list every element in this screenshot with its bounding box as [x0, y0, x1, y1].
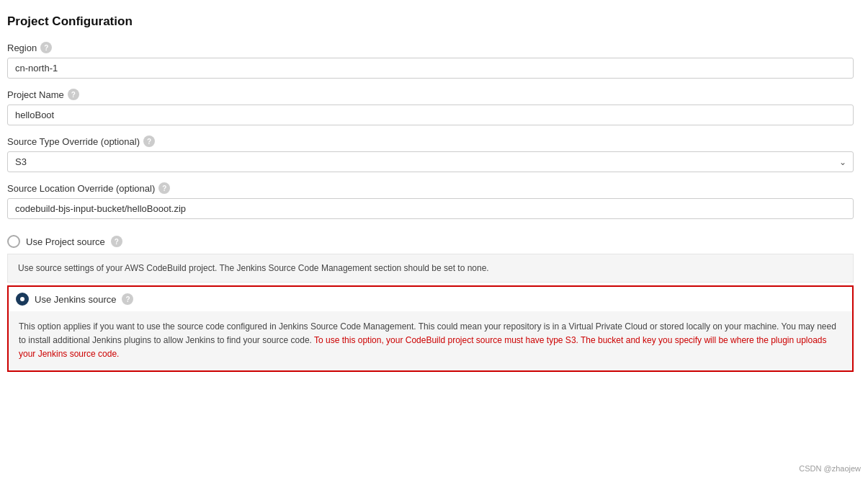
use-jenkins-source-label: Use Jenkins source	[35, 294, 116, 305]
source-location-help-icon[interactable]: ?	[158, 182, 170, 194]
source-type-label: Source Type Override (optional) ?	[7, 135, 854, 147]
source-type-field-group: Source Type Override (optional) ? S3 GIT…	[7, 135, 854, 172]
use-project-source-info: Use source settings of your AWS CodeBuil…	[7, 254, 854, 283]
use-jenkins-source-info: This option applies if you want to use t…	[9, 311, 852, 370]
region-input[interactable]	[7, 58, 854, 79]
project-name-input[interactable]	[7, 105, 854, 125]
use-jenkins-source-radio-row[interactable]: Use Jenkins source ?	[9, 287, 852, 311]
use-jenkins-source-radio[interactable]	[16, 293, 29, 306]
source-type-select-wrapper: S3 GITHUB CODECOMMIT BITBUCKET GITHUB_EN…	[7, 151, 854, 172]
project-name-field-group: Project Name ?	[7, 89, 854, 125]
source-type-help-icon[interactable]: ?	[143, 135, 155, 147]
project-name-help-icon[interactable]: ?	[68, 89, 79, 100]
region-help-icon[interactable]: ?	[40, 42, 52, 53]
source-location-label: Source Location Override (optional) ?	[7, 182, 854, 194]
use-project-source-radio-row[interactable]: Use Project source ?	[7, 229, 854, 254]
region-field-group: Region ?	[7, 42, 854, 79]
source-location-field-group: Source Location Override (optional) ?	[7, 182, 854, 219]
use-jenkins-source-section: Use Jenkins source ? This option applies…	[7, 285, 854, 372]
use-jenkins-source-help-icon[interactable]: ?	[122, 293, 133, 305]
project-name-label: Project Name ?	[7, 89, 854, 100]
region-label: Region ?	[7, 42, 854, 53]
source-location-input[interactable]	[7, 198, 854, 219]
source-type-select[interactable]: S3 GITHUB CODECOMMIT BITBUCKET GITHUB_EN…	[7, 151, 854, 172]
use-project-source-help-icon[interactable]: ?	[111, 236, 122, 247]
use-project-source-radio[interactable]	[7, 235, 20, 248]
use-project-source-section: Use Project source ? Use source settings…	[7, 229, 854, 283]
page-title: Project Configuration	[7, 14, 854, 29]
use-project-source-label: Use Project source	[26, 236, 105, 247]
